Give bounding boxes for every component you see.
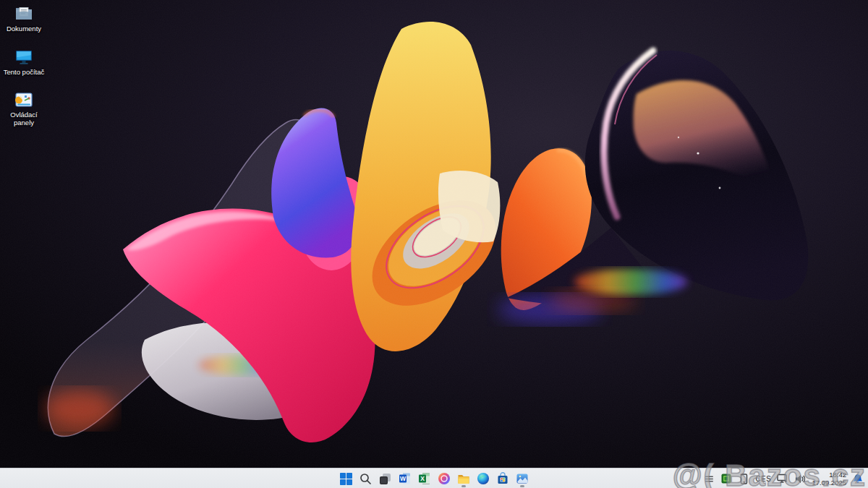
desktop-icon-dokumenty[interactable]: Dokumenty — [0, 4, 48, 33]
clock-time: 18:42 — [812, 471, 846, 479]
desktop-icon-label: Ovládací panely — [3, 111, 45, 127]
notification-bell-icon[interactable] — [852, 473, 864, 484]
photos-button[interactable] — [512, 469, 532, 488]
running-indicator — [520, 485, 524, 487]
edge-icon — [477, 472, 490, 485]
clock[interactable]: 18:42 17.09.2025 — [812, 471, 846, 487]
excel-button[interactable]: X — [414, 469, 434, 488]
overflow-icon[interactable] — [703, 473, 715, 484]
system-tray: CES 18:42 17.09.2025 — [703, 468, 864, 488]
word-button[interactable]: W — [395, 469, 414, 488]
copilot-button[interactable] — [434, 469, 454, 488]
desktop-icon-label: Dokumenty — [7, 25, 41, 33]
word-icon: W — [399, 472, 412, 485]
store-button[interactable] — [493, 469, 512, 488]
control-panel-icon — [14, 90, 33, 109]
desktop-icon-list: Dokumenty Tento počítač Ovládací — [0, 4, 48, 127]
search-button[interactable] — [356, 469, 375, 488]
taskbar: W X — [0, 468, 868, 488]
file-explorer-icon — [457, 472, 470, 485]
file-explorer-button[interactable] — [454, 469, 473, 488]
desktop-icon-label: Tento počítač — [4, 69, 45, 77]
phone-device-tray-icon[interactable] — [738, 473, 749, 484]
documents-folder-icon — [14, 4, 33, 23]
wallpaper-abstract-bloom — [0, 0, 868, 468]
green-app-tray-icon[interactable] — [720, 473, 732, 484]
clock-date: 17.09.2025 — [812, 479, 846, 487]
task-view-button[interactable] — [375, 469, 395, 488]
svg-text:W: W — [399, 475, 406, 482]
speaker-icon[interactable] — [794, 473, 806, 484]
edge-button[interactable] — [473, 469, 493, 488]
ethernet-network-icon[interactable] — [777, 473, 788, 484]
desktop-icon-ovladaci-panely[interactable]: Ovládací panely — [0, 90, 48, 127]
this-pc-icon — [14, 48, 33, 67]
windows-logo-icon — [340, 473, 352, 485]
desktop: Dokumenty Tento počítač Ovládací — [0, 0, 868, 488]
desktop-icon-tento-pocitac[interactable]: Tento počítač — [0, 48, 48, 77]
photos-icon — [516, 472, 529, 485]
excel-icon: X — [418, 472, 431, 485]
search-icon — [359, 473, 372, 485]
copilot-icon — [438, 472, 451, 485]
task-view-icon — [379, 473, 391, 485]
language-indicator[interactable]: CES — [755, 475, 771, 483]
start-button[interactable] — [336, 469, 356, 488]
taskbar-center-buttons: W X — [336, 468, 532, 488]
running-indicator — [461, 485, 466, 487]
svg-text:X: X — [420, 475, 425, 482]
microsoft-store-icon — [496, 472, 509, 485]
